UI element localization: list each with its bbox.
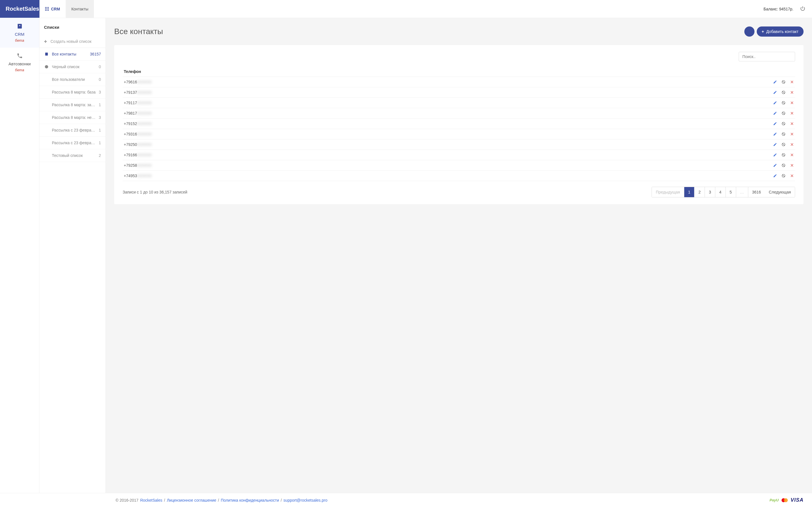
delete-icon[interactable] — [790, 101, 794, 105]
list-item-count: 0 — [99, 77, 101, 82]
sidebar-nav: CRM бета Автозвонки бета — [0, 18, 40, 493]
edit-icon[interactable] — [773, 101, 777, 105]
block-icon[interactable] — [781, 132, 785, 136]
block-icon[interactable] — [781, 101, 785, 105]
page-number[interactable]: 3 — [705, 187, 715, 197]
page-next[interactable]: Следующая — [765, 187, 795, 197]
svg-line-19 — [782, 154, 784, 156]
search-input[interactable] — [739, 52, 795, 61]
footer-license-link[interactable]: Лицензионное соглашение — [167, 498, 216, 503]
footer-brand-link[interactable]: RocketSales — [140, 498, 162, 503]
block-icon[interactable] — [781, 153, 785, 157]
block-icon[interactable] — [781, 80, 785, 84]
list-item-count: 36157 — [90, 52, 101, 56]
footer-left: © 2016-2017 RocketSales / Лицензионное с… — [116, 498, 327, 503]
page-number[interactable]: 3616 — [748, 187, 765, 197]
row-actions — [773, 111, 794, 115]
row-actions — [773, 122, 794, 126]
list-item[interactable]: Рассылка с 23 февраля: зая…1 — [40, 124, 105, 136]
page-number[interactable]: 1 — [684, 187, 695, 197]
beta-badge: бета — [15, 68, 24, 72]
table-row: +79250000000 — [123, 139, 795, 150]
delete-icon[interactable] — [790, 174, 794, 178]
page-number[interactable]: 2 — [695, 187, 705, 197]
column-header-phone[interactable]: Телефон — [123, 66, 795, 77]
block-icon[interactable] — [781, 91, 785, 94]
delete-icon[interactable] — [790, 132, 794, 136]
page-number[interactable]: 4 — [715, 187, 726, 197]
svg-line-5 — [782, 81, 784, 83]
pagination: Предыдущая 12345…3616 Следующая — [652, 187, 795, 198]
delete-icon[interactable] — [790, 143, 794, 147]
upload-button[interactable] — [744, 26, 755, 37]
list-item[interactable]: Рассылка 8 марта: недозвон3 — [40, 111, 105, 124]
top-tabs: CRM Контакты — [40, 0, 94, 18]
copyright: © 2016-2017 — [116, 498, 139, 503]
list-item[interactable]: Черный список0 — [40, 61, 105, 73]
brand-logo[interactable]: RocketSales — [0, 0, 40, 18]
balance-text: Баланс: 94517р. — [763, 7, 794, 11]
add-contact-button[interactable]: + Добавить контакт — [757, 26, 804, 37]
lists-header: Списки — [40, 18, 105, 35]
list-item[interactable]: Рассылка 8 марта: база3 — [40, 86, 105, 99]
list-item-label: Рассылка с 23 февраля: зая… — [52, 128, 96, 132]
contacts-table: Телефон +79616000000+79137000000+7911700… — [123, 66, 795, 181]
list-item-label: Все контакты — [52, 52, 87, 56]
svg-line-15 — [782, 133, 784, 135]
svg-line-7 — [782, 91, 784, 94]
list-item[interactable]: Все контакты36157 — [40, 48, 105, 61]
table-footer: Записи с 1 до 10 из 36,157 записей Преды… — [123, 187, 795, 198]
list-item[interactable]: Тестовый список2 — [40, 149, 105, 162]
list-item[interactable]: Рассылка 8 марта: заявки1 — [40, 99, 105, 111]
delete-icon[interactable] — [790, 153, 794, 157]
sidebar-item-autocalls[interactable]: Автозвонки бета — [0, 48, 39, 77]
main-header: Все контакты + Добавить контакт — [114, 26, 804, 37]
edit-icon[interactable] — [773, 91, 777, 94]
tab-contacts[interactable]: Контакты — [66, 0, 94, 18]
list-item[interactable]: Все пользователи0 — [40, 73, 105, 86]
phone-cell: +79258000000 — [124, 163, 773, 168]
block-icon[interactable] — [781, 143, 785, 147]
edit-icon[interactable] — [773, 143, 777, 147]
edit-icon[interactable] — [773, 80, 777, 84]
phone-cell: +79117000000 — [124, 101, 773, 105]
svg-line-23 — [782, 175, 784, 177]
edit-icon[interactable] — [773, 122, 777, 126]
phone-cell: +79152000000 — [124, 121, 773, 126]
create-list-button[interactable]: ✚ Создать новый список — [40, 35, 105, 48]
mastercard-logo — [781, 498, 788, 502]
delete-icon[interactable] — [790, 163, 794, 167]
contacts-card: Телефон +79616000000+79137000000+7911700… — [114, 45, 804, 204]
sidebar-item-crm[interactable]: CRM бета — [0, 18, 39, 48]
row-actions — [773, 174, 794, 178]
list-item[interactable]: Рассылка с 23 февраля: не …1 — [40, 136, 105, 149]
footer-support-link[interactable]: support@rocketsales.pro — [283, 498, 327, 503]
logout-icon[interactable] — [800, 6, 805, 12]
phone-cell: +79166000000 — [124, 153, 773, 157]
delete-icon[interactable] — [790, 80, 794, 84]
sidebar-item-label: CRM — [15, 32, 24, 37]
edit-icon[interactable] — [773, 163, 777, 167]
list-item-label: Рассылка 8 марта: база — [52, 90, 96, 94]
page-number[interactable]: 5 — [726, 187, 736, 197]
edit-icon[interactable] — [773, 132, 777, 136]
list-item-label: Тестовый список — [52, 153, 96, 158]
table-row: +79817000000 — [123, 108, 795, 119]
delete-icon[interactable] — [790, 111, 794, 115]
edit-icon[interactable] — [773, 153, 777, 157]
delete-icon[interactable] — [790, 122, 794, 126]
block-icon[interactable] — [781, 174, 785, 178]
block-icon[interactable] — [781, 163, 785, 167]
page-prev[interactable]: Предыдущая — [652, 187, 684, 197]
list-item-count: 3 — [99, 115, 101, 120]
tab-crm[interactable]: CRM — [40, 0, 66, 18]
delete-icon[interactable] — [790, 91, 794, 94]
list-item-count: 3 — [99, 90, 101, 94]
edit-icon[interactable] — [773, 111, 777, 115]
block-icon[interactable] — [781, 111, 785, 115]
list-item-count: 1 — [99, 140, 101, 145]
edit-icon[interactable] — [773, 174, 777, 178]
block-icon[interactable] — [781, 122, 785, 126]
footer-privacy-link[interactable]: Политика конфиденциальности — [221, 498, 279, 503]
row-actions — [773, 132, 794, 136]
